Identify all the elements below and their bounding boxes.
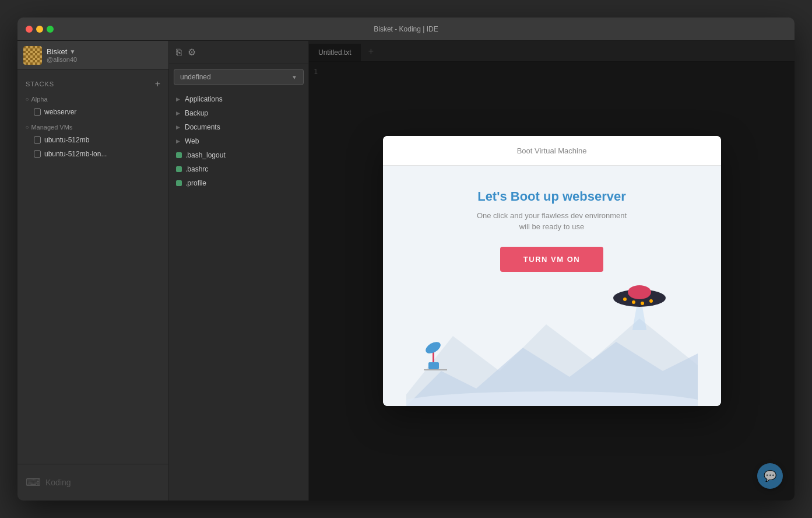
user-info: Bisket ▼ @alison40 xyxy=(47,47,77,63)
file-item-label: Web xyxy=(185,137,199,145)
modal-header: Boot Virtual Machine xyxy=(383,136,721,166)
list-item[interactable]: ▶ Documents xyxy=(169,120,308,134)
alpha-label-text: Alpha xyxy=(31,96,47,103)
file-item-label: Documents xyxy=(185,123,220,131)
satellite-svg xyxy=(418,324,453,371)
folder-arrow-icon: ▶ xyxy=(176,124,180,130)
username-text: Bisket xyxy=(47,47,67,56)
list-item[interactable]: ▶ Applications xyxy=(169,92,308,106)
file-dropdown[interactable]: undefined ▼ xyxy=(174,69,304,85)
modal-title: Boot Virtual Machine xyxy=(517,146,587,155)
folder-arrow-icon: ▶ xyxy=(176,110,180,116)
list-item[interactable]: ▶ Backup xyxy=(169,106,308,120)
folder-arrow-icon: ▶ xyxy=(176,96,180,102)
alpha-stack-group: Alpha webserver xyxy=(17,92,168,120)
main-window: Bisket - Koding | IDE Bisket ▼ @alison40 xyxy=(17,18,795,501)
vm2-label: ubuntu-512mb-lon... xyxy=(44,150,107,158)
svg-point-8 xyxy=(641,302,644,305)
file-item-label: .profile xyxy=(185,179,206,187)
koding-branding: ⌨ Koding xyxy=(17,464,168,501)
svg-point-9 xyxy=(649,299,653,303)
sidebar: Bisket ▼ @alison40 STACKS + Alpha xyxy=(17,41,169,501)
modal-headline: Let's Boot up webserver xyxy=(406,189,698,204)
minimize-button[interactable] xyxy=(36,26,43,33)
koding-label: Koding xyxy=(45,478,71,487)
vm1-label: ubuntu-512mb xyxy=(44,136,89,144)
webserver-label: webserver xyxy=(44,108,76,116)
list-item[interactable]: .profile xyxy=(169,176,308,190)
file-dot-icon xyxy=(176,152,182,158)
ufo-svg xyxy=(604,272,674,330)
folder-icon[interactable]: ⎘ xyxy=(176,47,182,58)
add-stack-button[interactable]: + xyxy=(155,79,160,89)
chevron-down-icon: ▼ xyxy=(291,74,297,80)
traffic-lights xyxy=(17,26,54,33)
maximize-button[interactable] xyxy=(47,26,54,33)
file-item-label: Applications xyxy=(185,95,223,103)
avatar xyxy=(23,46,42,65)
file-item-label: .bash_logout xyxy=(185,151,226,159)
list-item[interactable]: .bash_logout xyxy=(169,148,308,162)
boot-vm-modal: Boot Virtual Machine Let's Boot up webse… xyxy=(383,136,721,406)
koding-logo-icon: ⌨ xyxy=(26,476,41,489)
close-button[interactable] xyxy=(26,26,33,33)
modal-body: Let's Boot up webserver One click and yo… xyxy=(383,166,721,406)
svg-marker-3 xyxy=(622,307,657,330)
settings-icon[interactable]: ⚙ xyxy=(188,47,196,58)
avatar-image xyxy=(23,46,42,65)
main-layout: Bisket ▼ @alison40 STACKS + Alpha xyxy=(17,41,795,501)
turn-vm-on-button[interactable]: TURN VM ON xyxy=(500,247,603,272)
file-item-label: .bashrc xyxy=(185,165,208,173)
list-item[interactable]: ▶ Web xyxy=(169,134,308,148)
sidebar-item-ubuntu1[interactable]: ubuntu-512mb xyxy=(17,133,168,147)
stacks-title: STACKS xyxy=(26,80,54,88)
folder-arrow-icon: ▶ xyxy=(176,138,180,144)
managed-vms-label: Managed VMs xyxy=(17,121,168,133)
alpha-stack-label: Alpha xyxy=(17,93,168,105)
file-dot-icon xyxy=(176,180,182,186)
modal-overlay: Boot Virtual Machine Let's Boot up webse… xyxy=(309,41,795,501)
titlebar: Bisket - Koding | IDE xyxy=(17,18,795,41)
username-display: Bisket ▼ xyxy=(47,47,77,56)
window-title: Bisket - Koding | IDE xyxy=(374,25,438,33)
list-item[interactable]: .bashrc xyxy=(169,162,308,176)
sidebar-item-ubuntu2[interactable]: ubuntu-512mb-lon... xyxy=(17,147,168,161)
username-arrow-icon: ▼ xyxy=(69,48,75,55)
managed-vms-text: Managed VMs xyxy=(31,124,72,131)
boot-illustration xyxy=(406,289,698,406)
stacks-section: STACKS + Alpha webserver Managed VMs xyxy=(17,70,168,168)
file-dot-icon xyxy=(176,166,182,172)
vm-icon-1 xyxy=(34,136,41,144)
file-dropdown-text: undefined xyxy=(180,73,211,81)
user-handle: @alison40 xyxy=(47,56,77,63)
svg-point-5 xyxy=(628,285,651,299)
file-panel-toolbar: ⎘ ⚙ xyxy=(169,41,308,64)
sidebar-item-webserver[interactable]: webserver xyxy=(17,105,168,119)
file-panel: ⎘ ⚙ undefined ▼ ▶ Applications ▶ Backup … xyxy=(169,41,309,501)
sidebar-header: Bisket ▼ @alison40 xyxy=(17,41,168,70)
managed-vms-group: Managed VMs ubuntu-512mb ubuntu-512mb-lo… xyxy=(17,120,168,162)
svg-point-6 xyxy=(623,298,627,301)
vm-icon-2 xyxy=(34,150,41,158)
svg-rect-12 xyxy=(428,362,439,369)
file-list: ▶ Applications ▶ Backup ▶ Documents ▶ We… xyxy=(169,90,308,501)
modal-subtext: One click and your flawless dev environm… xyxy=(406,210,698,233)
svg-point-7 xyxy=(632,300,635,304)
vm-icon xyxy=(34,108,41,116)
editor-area: Untitled.txt + 1 Boot Virtual Machine Le… xyxy=(309,41,795,501)
file-item-label: Backup xyxy=(185,109,208,117)
stacks-header: STACKS + xyxy=(17,76,168,92)
